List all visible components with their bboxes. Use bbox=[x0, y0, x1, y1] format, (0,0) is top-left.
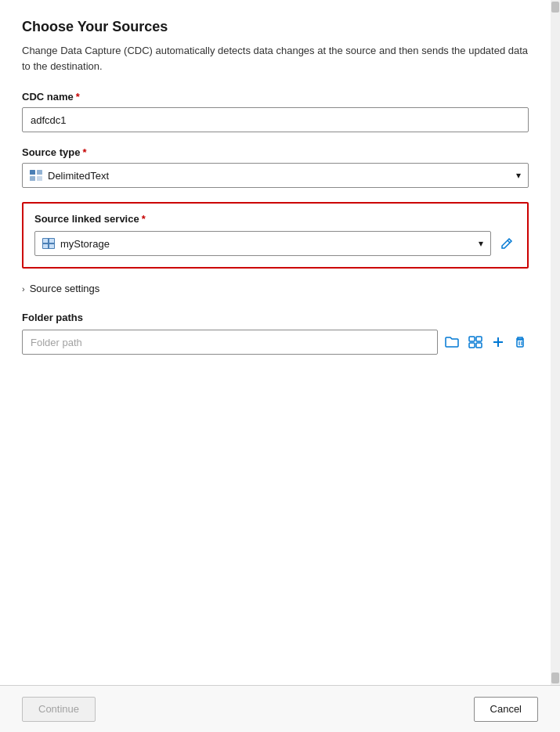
source-settings-row[interactable]: › Source settings bbox=[22, 283, 529, 294]
delimited-text-icon bbox=[30, 170, 42, 181]
bottom-bar: Continue Cancel bbox=[0, 685, 560, 732]
main-content: Choose Your Sources Change Data Capture … bbox=[0, 0, 551, 685]
folder-path-row bbox=[22, 330, 529, 355]
scrollbar-thumb-bottom[interactable] bbox=[551, 673, 559, 683]
required-star-linked-service: * bbox=[142, 213, 146, 225]
linked-service-row: myStorage otherStorage ▾ bbox=[34, 231, 516, 256]
svg-rect-9 bbox=[469, 337, 475, 341]
required-star-cdc: * bbox=[76, 91, 80, 103]
source-type-label: Source type * bbox=[22, 146, 529, 158]
delete-folder-path-button[interactable] bbox=[511, 334, 529, 351]
scrollbar-track bbox=[551, 13, 559, 673]
scrollbar[interactable] bbox=[551, 0, 560, 685]
folder-path-input[interactable] bbox=[22, 330, 438, 355]
page-title: Choose Your Sources bbox=[22, 19, 529, 35]
browse-folder-button[interactable] bbox=[443, 334, 461, 351]
cdc-name-label: CDC name * bbox=[22, 91, 529, 103]
svg-rect-12 bbox=[476, 343, 482, 348]
storage-icon bbox=[42, 238, 55, 249]
page-description: Change Data Capture (CDC) automatically … bbox=[22, 43, 529, 74]
required-star-source-type: * bbox=[82, 146, 86, 158]
svg-rect-5 bbox=[43, 239, 48, 243]
scrollbar-thumb-top[interactable] bbox=[551, 2, 559, 13]
svg-rect-0 bbox=[30, 170, 35, 175]
cdc-name-group: CDC name * bbox=[22, 91, 529, 132]
schema-button[interactable] bbox=[466, 334, 485, 351]
folder-paths-group: Folder paths bbox=[22, 312, 529, 355]
source-settings-label: Source settings bbox=[30, 283, 100, 294]
linked-service-select[interactable]: myStorage otherStorage bbox=[34, 231, 491, 256]
add-folder-path-button[interactable] bbox=[490, 334, 507, 351]
continue-button[interactable]: Continue bbox=[22, 697, 96, 722]
source-type-group: Source type * DelimitedText CSV JSON bbox=[22, 146, 529, 188]
svg-rect-3 bbox=[37, 176, 42, 181]
svg-rect-10 bbox=[476, 337, 482, 341]
linked-service-select-wrapper: myStorage otherStorage ▾ bbox=[34, 231, 491, 256]
source-settings-chevron-icon: › bbox=[22, 284, 25, 294]
svg-rect-7 bbox=[43, 244, 48, 248]
source-type-select-wrapper: DelimitedText CSV JSON Parquet ▾ bbox=[22, 163, 529, 188]
svg-rect-11 bbox=[469, 343, 475, 348]
dialog-container: Choose Your Sources Change Data Capture … bbox=[0, 0, 560, 732]
svg-rect-8 bbox=[49, 244, 54, 248]
svg-rect-15 bbox=[517, 340, 523, 347]
source-type-select[interactable]: DelimitedText CSV JSON Parquet bbox=[22, 163, 529, 188]
cdc-name-input[interactable] bbox=[22, 107, 529, 132]
folder-paths-label: Folder paths bbox=[22, 312, 529, 323]
svg-rect-1 bbox=[37, 170, 42, 175]
source-linked-service-container: Source linked service * bbox=[22, 202, 529, 269]
edit-linked-service-button[interactable] bbox=[497, 236, 516, 251]
source-linked-service-label: Source linked service * bbox=[34, 213, 516, 225]
svg-rect-6 bbox=[49, 239, 54, 243]
svg-rect-2 bbox=[30, 176, 35, 181]
cancel-button[interactable]: Cancel bbox=[474, 697, 538, 722]
